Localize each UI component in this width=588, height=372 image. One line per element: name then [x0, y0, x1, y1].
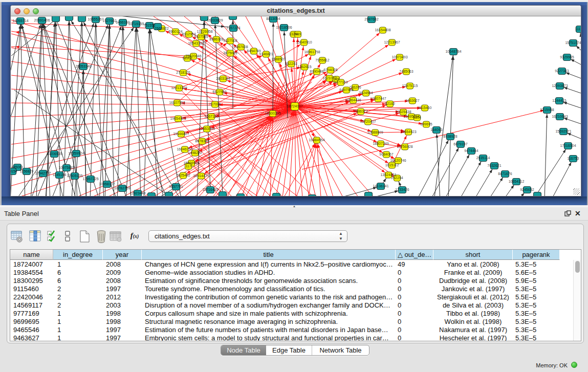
svg-text:10807447: 10807447: [370, 97, 386, 100]
svg-text:14136141: 14136141: [373, 184, 388, 188]
svg-text:9084067: 9084067: [379, 152, 393, 156]
svg-text:9463627: 9463627: [405, 99, 419, 102]
svg-text:18807249: 18807249: [373, 142, 388, 145]
svg-text:117: 117: [185, 164, 191, 168]
svg-text:3875685: 3875685: [223, 51, 237, 55]
svg-text:12975115: 12975115: [402, 84, 418, 87]
svg-text:10025438: 10025438: [395, 110, 411, 114]
svg-text:15716485: 15716485: [202, 188, 218, 191]
svg-text:164093: 164093: [430, 128, 442, 132]
svg-text:9777169: 9777169: [334, 80, 347, 84]
svg-text:1615112: 1615112: [385, 163, 399, 167]
svg-text:11174: 11174: [575, 27, 581, 31]
svg-text:10975887: 10975887: [58, 166, 74, 169]
svg-text:8878332: 8878332: [195, 139, 209, 143]
svg-text:7357224: 7357224: [226, 26, 240, 30]
svg-text:2935114: 2935114: [476, 156, 490, 160]
svg-text:12505135: 12505135: [67, 174, 82, 178]
svg-text:17016504: 17016504: [560, 144, 576, 147]
svg-text:18300295: 18300295: [265, 112, 280, 115]
svg-text:12093873: 12093873: [552, 84, 568, 87]
svg-text:9227343: 9227343: [555, 69, 569, 73]
svg-text:1145194: 1145194: [53, 173, 67, 177]
svg-text:20691406: 20691406: [34, 18, 50, 22]
svg-text:19654925: 19654925: [170, 117, 186, 120]
svg-text:7632621: 7632621: [487, 164, 501, 167]
svg-text:1733426: 1733426: [395, 188, 409, 191]
svg-text:9327505: 9327505: [194, 35, 208, 38]
svg-text:1362615: 1362615: [297, 65, 311, 69]
svg-text:16154808: 16154808: [375, 28, 390, 32]
svg-text:419: 419: [295, 32, 301, 36]
svg-text:8813054: 8813054: [266, 17, 280, 20]
svg-text:252254: 252254: [391, 176, 403, 180]
svg-text:10719155: 10719155: [128, 22, 144, 26]
svg-text:832203: 832203: [285, 62, 297, 65]
svg-text:62160: 62160: [385, 102, 395, 105]
svg-text:15751074: 15751074: [565, 41, 581, 45]
svg-text:2718176: 2718176: [176, 71, 190, 74]
svg-text:116753: 116753: [568, 157, 579, 160]
svg-text:1498222: 1498222: [188, 151, 202, 155]
svg-text:9146821: 9146821: [259, 52, 273, 56]
svg-text:17359924: 17359924: [68, 151, 84, 155]
svg-text:3824554: 3824554: [359, 91, 373, 95]
svg-text:16046755: 16046755: [177, 147, 192, 151]
svg-text:9604: 9604: [413, 116, 421, 119]
svg-text:9245652: 9245652: [520, 188, 534, 191]
svg-text:18724007: 18724007: [287, 104, 302, 108]
svg-text:16107553: 16107553: [169, 101, 185, 104]
svg-text:8960124: 8960124: [168, 30, 182, 33]
svg-text:2803144: 2803144: [216, 77, 230, 80]
svg-text:15720407: 15720407: [360, 120, 376, 123]
svg-text:7625402: 7625402: [176, 173, 190, 177]
svg-text:7663822: 7663822: [155, 27, 168, 30]
svg-text:9327508: 9327508: [223, 39, 237, 42]
svg-text:8186328: 8186328: [209, 37, 223, 41]
svg-text:10688609: 10688609: [367, 130, 383, 134]
svg-text:19654923: 19654923: [400, 130, 416, 134]
svg-text:699695: 699695: [420, 122, 432, 126]
svg-text:15692971: 15692971: [555, 129, 571, 133]
svg-text:9657791: 9657791: [169, 185, 183, 188]
svg-text:1244415: 1244415: [552, 99, 566, 102]
svg-text:16961758: 16961758: [304, 50, 320, 54]
svg-text:17942737: 17942737: [35, 171, 51, 175]
svg-text:3267130: 3267130: [204, 115, 218, 118]
svg-text:10654112: 10654112: [509, 180, 525, 183]
svg-text:8990448: 8990448: [310, 70, 323, 73]
svg-text:717006: 717006: [209, 102, 221, 106]
svg-text:8938928: 8938928: [443, 135, 457, 138]
svg-text:39154: 39154: [11, 169, 17, 173]
svg-text:10648784: 10648784: [445, 50, 461, 53]
svg-text:19756928: 19756928: [397, 145, 412, 148]
svg-text:16782759: 16782759: [114, 186, 130, 190]
svg-text:9329965: 9329965: [560, 55, 574, 59]
svg-text:2967608: 2967608: [234, 45, 248, 49]
svg-text:1156829: 1156829: [20, 169, 34, 173]
svg-text:10958107: 10958107: [99, 182, 115, 186]
svg-text:17957225: 17957225: [82, 177, 98, 181]
svg-text:7986372: 7986372: [354, 110, 367, 113]
svg-text:1527602: 1527602: [102, 19, 116, 23]
svg-text:485061: 485061: [11, 165, 23, 169]
svg-text:7955812: 7955812: [315, 58, 329, 62]
svg-text:6794028: 6794028: [323, 68, 337, 72]
svg-text:20364436: 20364436: [345, 98, 361, 102]
svg-text:12923448: 12923448: [129, 191, 145, 195]
svg-text:10973493: 10973493: [391, 55, 407, 59]
svg-text:751552: 751552: [143, 24, 155, 27]
svg-text:3215958: 3215958: [540, 108, 554, 112]
svg-text:19166827: 19166827: [173, 132, 189, 136]
svg-text:16914479: 16914479: [193, 174, 209, 178]
svg-text:14055714: 14055714: [12, 19, 28, 23]
svg-text:15640910: 15640910: [296, 40, 312, 44]
svg-text:8471676: 8471676: [498, 172, 512, 176]
svg-text:20053346: 20053346: [75, 64, 91, 68]
svg-text:16033809: 16033809: [207, 18, 223, 22]
svg-text:19384554: 19384554: [309, 138, 324, 142]
svg-text:10655267: 10655267: [88, 17, 103, 21]
svg-text:1588520: 1588520: [271, 57, 285, 61]
svg-text:13226058: 13226058: [197, 30, 212, 33]
svg-text:8427552: 8427552: [212, 90, 226, 94]
